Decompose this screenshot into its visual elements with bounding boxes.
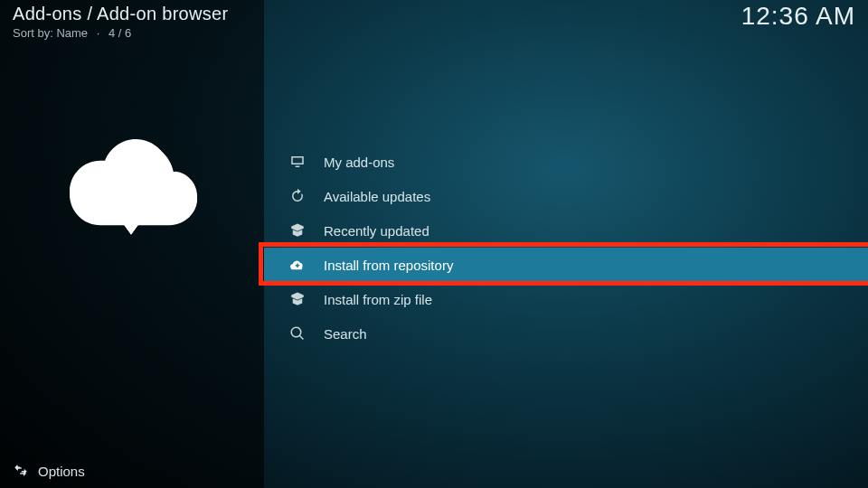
cloud-plus-icon <box>288 255 307 275</box>
download-cloud-hero-icon <box>54 108 208 262</box>
sort-label: Sort by: <box>13 26 53 40</box>
addon-browser-menu: My add-onsAvailable updatesRecently upda… <box>264 145 868 351</box>
menu-item-label: Install from repository <box>324 258 453 273</box>
menu-item-label: Search <box>324 326 367 342</box>
menu-item-label: Recently updated <box>324 223 429 239</box>
options-icon <box>13 463 29 479</box>
clock: 12:36 AM <box>741 2 855 31</box>
footer-options[interactable]: Options <box>13 463 85 479</box>
refresh-icon <box>288 186 307 206</box>
menu-item-available-updates[interactable]: Available updates <box>264 179 868 213</box>
separator-dot: · <box>97 26 100 40</box>
monitor-icon <box>288 152 307 172</box>
menu-item-install-from-zip-file[interactable]: Install from zip file <box>264 282 868 316</box>
open-box-icon <box>288 221 307 240</box>
search-icon <box>288 324 307 343</box>
menu-item-label: Install from zip file <box>324 292 432 307</box>
menu-item-label: Available updates <box>324 189 430 204</box>
header: Add-ons / Add-on browser Sort by: Name ·… <box>13 4 228 40</box>
options-label: Options <box>38 464 85 479</box>
sort-value: Name <box>56 26 88 40</box>
menu-item-label: My add-ons <box>324 155 394 170</box>
header-meta: Sort by: Name · 4 / 6 <box>13 26 228 40</box>
breadcrumb: Add-ons / Add-on browser <box>13 4 228 24</box>
open-box-icon <box>288 289 307 309</box>
menu-item-recently-updated[interactable]: Recently updated <box>264 213 868 248</box>
menu-item-search[interactable]: Search <box>264 316 868 351</box>
list-position: 4 / 6 <box>108 26 131 40</box>
menu-item-install-from-repository[interactable]: Install from repository <box>264 248 868 282</box>
menu-item-my-add-ons[interactable]: My add-ons <box>264 145 868 179</box>
